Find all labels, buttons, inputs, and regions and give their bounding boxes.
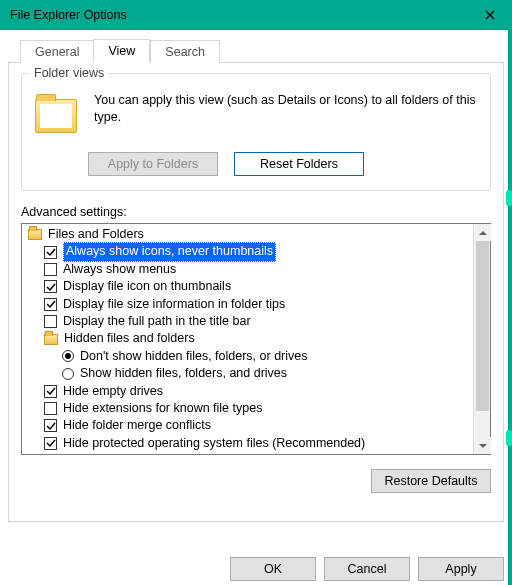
cancel-button[interactable]: Cancel (324, 557, 410, 581)
tree-item-always-icons[interactable]: Always show icons, never thumbnails (26, 243, 473, 260)
tree-item-hide-empty-drives[interactable]: Hide empty drives (26, 383, 473, 400)
restore-defaults-button[interactable]: Restore Defaults (371, 469, 491, 493)
tab-panel-view: Folder views You can apply this view (su… (8, 62, 504, 522)
tree-label: Always show icons, never thumbnails (63, 242, 276, 261)
folder-views-group: Folder views You can apply this view (su… (21, 73, 491, 191)
tree-group-hidden-files: Hidden files and folders (26, 330, 473, 347)
folder-icon (44, 334, 58, 345)
scroll-thumb[interactable] (476, 241, 489, 411)
dialog-footer: OK Cancel Apply (8, 557, 504, 581)
tree-radio-show-hidden[interactable]: Show hidden files, folders, and drives (26, 365, 473, 382)
apply-button[interactable]: Apply (418, 557, 504, 581)
tree-label: Files and Folders (48, 226, 144, 243)
tab-general[interactable]: General (20, 40, 93, 63)
folder-views-label: Folder views (30, 66, 108, 80)
tree-item-always-menus[interactable]: Always show menus (26, 261, 473, 278)
titlebar: File Explorer Options (0, 0, 512, 30)
close-button[interactable] (467, 0, 512, 30)
radio-icon[interactable] (62, 368, 74, 380)
window-title: File Explorer Options (10, 8, 127, 22)
tree-item-full-path-titlebar[interactable]: Display the full path in the title bar (26, 313, 473, 330)
folder-views-text: You can apply this view (such as Details… (94, 92, 480, 140)
tree-group-files-folders: Files and Folders (26, 226, 473, 243)
tree-item-file-size-tips[interactable]: Display file size information in folder … (26, 296, 473, 313)
tree-label: Display the full path in the title bar (63, 313, 251, 330)
close-icon (485, 10, 495, 20)
tree-label: Hidden files and folders (64, 330, 195, 347)
checkbox-icon[interactable] (44, 315, 57, 328)
dialog-content: General View Search Folder views You can… (0, 38, 512, 585)
checkbox-icon[interactable] (44, 280, 57, 293)
scroll-up-button[interactable] (474, 224, 491, 241)
tab-search[interactable]: Search (150, 40, 220, 63)
tree-item-file-icon-thumbnails[interactable]: Display file icon on thumbnails (26, 278, 473, 295)
checkbox-icon[interactable] (44, 385, 57, 398)
advanced-settings-tree[interactable]: Files and Folders Always show icons, nev… (22, 224, 473, 454)
accent-dot (506, 190, 512, 206)
checkbox-icon[interactable] (44, 402, 57, 415)
chevron-up-icon (479, 229, 487, 237)
apply-to-folders-button: Apply to Folders (88, 152, 218, 176)
folder-icon (28, 229, 42, 240)
scroll-down-button[interactable] (474, 437, 491, 454)
advanced-settings-label: Advanced settings: (21, 205, 491, 219)
tree-label: Hide protected operating system files (R… (63, 435, 365, 452)
checkbox-icon[interactable] (44, 246, 57, 259)
folder-views-icon (32, 92, 80, 140)
tree-label: Hide extensions for known file types (63, 400, 262, 417)
tab-view[interactable]: View (93, 39, 150, 63)
folder-icon (35, 99, 77, 133)
tree-item-hide-extensions[interactable]: Hide extensions for known file types (26, 400, 473, 417)
tree-label: Don't show hidden files, folders, or dri… (80, 348, 308, 365)
accent-strip (508, 30, 512, 585)
tree-radio-dont-show-hidden[interactable]: Don't show hidden files, folders, or dri… (26, 348, 473, 365)
tree-label: Always show menus (63, 261, 176, 278)
tree-label: Hide folder merge conflicts (63, 417, 211, 434)
scrollbar[interactable] (473, 224, 490, 454)
tree-item-hide-protected-os-files[interactable]: Hide protected operating system files (R… (26, 435, 473, 452)
chevron-down-icon (479, 442, 487, 450)
checkbox-icon[interactable] (44, 437, 57, 450)
accent-dot (506, 430, 512, 446)
tabstrip: General View Search (8, 38, 504, 62)
checkbox-icon[interactable] (44, 419, 57, 432)
radio-icon[interactable] (62, 350, 74, 362)
reset-folders-button[interactable]: Reset Folders (234, 152, 364, 176)
tree-item-hide-merge-conflicts[interactable]: Hide folder merge conflicts (26, 417, 473, 434)
tree-label: Show hidden files, folders, and drives (80, 365, 287, 382)
tree-label: Display file size information in folder … (63, 296, 285, 313)
tree-label: Hide empty drives (63, 383, 163, 400)
checkbox-icon[interactable] (44, 298, 57, 311)
ok-button[interactable]: OK (230, 557, 316, 581)
checkbox-icon[interactable] (44, 263, 57, 276)
tree-label: Display file icon on thumbnails (63, 278, 231, 295)
advanced-settings-box: Files and Folders Always show icons, nev… (21, 223, 491, 455)
